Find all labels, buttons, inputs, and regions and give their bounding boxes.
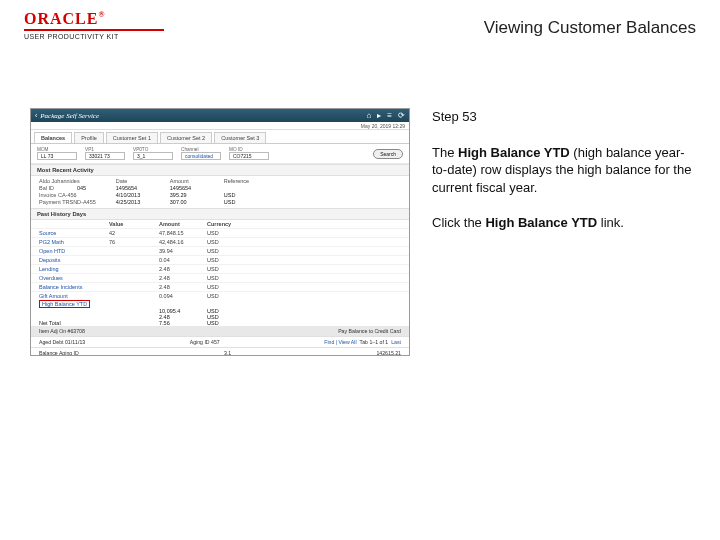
last-link[interactable]: Last [391,339,401,345]
filter-vp1: VP1 33021 73 [85,147,125,160]
footer-row: Aged Debt 01/11/13 Aging ID 457 Find | V… [31,336,409,347]
cust-name: Aldo Johannides [39,178,80,184]
app-screenshot: ‹ Package Self Service ⌂ ▸ ≡ ⟳ May 20, 2… [30,108,410,356]
h-date: Date [116,178,150,184]
back-chevron-icon[interactable]: ‹ [35,112,37,119]
item-adj: Item Adj On #63708 [39,328,85,334]
table-row: PG2 Math7642,484.16USD [31,237,409,246]
app-datetime: May 20, 2019 12:29 [31,122,409,130]
page-count: Tab 1–1 of 1 [360,339,389,345]
filter-row: MOM LL 73 VP1 33021 73 VP0TO 3_1 Channel… [31,144,409,164]
last-data-row: Balance Aging ID 3.1 142615.21 [31,347,409,356]
section-recent-activity: Most Recent Activity [31,164,409,176]
table-row: Lending2.48USD [31,264,409,273]
page-title: Viewing Customer Balances [484,18,696,38]
tab-set1[interactable]: Customer Set 1 [106,132,158,143]
app-titlebar: ‹ Package Self Service ⌂ ▸ ≡ ⟳ [31,109,409,122]
registered-mark: ® [98,10,105,19]
flag-icon[interactable]: ▸ [377,111,381,120]
grey-subbar: Item Adj On #63708 Pay Balance to Credit… [31,326,409,336]
table-row: Net Total7.56USD [31,320,409,326]
input[interactable]: 3_1 [133,152,173,160]
tab-balances[interactable]: Balances [34,132,72,143]
high-balance-row: High Balance YTD [31,300,409,308]
table-row: Source4247,848.15USD [31,228,409,237]
history-table: Value Amount Currency Source4247,848.15U… [31,220,409,300]
table-row: Gift Amount0.094USD [31,291,409,300]
tab-row: Balances Profile Customer Set 1 Customer… [31,130,409,144]
filter-moid: MO ID CO7215 [229,147,269,160]
table-row: Balance Incidents2.48USD [31,282,409,291]
bold-hibal-2: High Balance YTD [485,215,597,230]
balid-label: Bal ID [39,185,73,191]
row-payment: Payment TRSND-A455 [39,199,96,205]
filter-mom: MOM LL 73 [37,147,77,160]
filter-channel: Channel consolidated [181,147,221,160]
oracle-text: ORACLE [24,10,98,27]
input[interactable]: 33021 73 [85,152,125,160]
upk-subline: USER PRODUCTIVITY KIT [24,29,164,40]
refresh-icon[interactable]: ⟳ [398,111,405,120]
table-row: Deposits0.04USD [31,255,409,264]
pay-credit[interactable]: Pay Balance to Credit Card [338,328,401,334]
section-past-history: Past History Days [31,208,409,220]
input[interactable]: CO7215 [229,152,269,160]
input[interactable]: LL 73 [37,152,77,160]
row-invoice: Invoice CA-456 [39,192,77,198]
home-icon[interactable]: ⌂ [366,111,371,120]
h-amount: Amount [170,178,204,184]
instruction-paragraph-1: The High Balance YTD (high balance year-… [432,144,696,197]
instruction-paragraph-2: Click the High Balance YTD link. [432,214,696,232]
tab-profile[interactable]: Profile [74,132,104,143]
aging-id: Aging ID 457 [190,339,220,345]
channel-link[interactable]: consolidated [181,152,221,160]
menu-icon[interactable]: ≡ [387,111,392,120]
page-header: ORACLE® USER PRODUCTIVITY KIT Viewing Cu… [24,10,696,54]
table-row: Overdues2.48USD [31,273,409,282]
filter-vp0: VP0TO 3_1 [133,147,173,160]
tab-set2[interactable]: Customer Set 2 [160,132,212,143]
app-title: Package Self Service [40,112,360,120]
find-viewall[interactable]: Find | View All [324,339,356,345]
bold-hibal-1: High Balance YTD [458,145,570,160]
pager: Find | View All Tab 1–1 of 1 Last [324,339,401,345]
aged-debt: Aged Debt 01/11/13 [39,339,85,345]
recent-info: Aldo Johannides Bal ID045 Invoice CA-456… [31,176,409,208]
h-ref: Reference [224,178,258,184]
high-balance-ytd-link[interactable]: High Balance YTD [39,300,90,308]
history-header: Value Amount Currency [31,220,409,228]
search-button[interactable]: Search [373,149,403,159]
table-row: Open HTD39.94USD [31,246,409,255]
tab-set3[interactable]: Customer Set 3 [214,132,266,143]
instruction-panel: Step 53 The High Balance YTD (high balan… [432,108,696,250]
step-number: Step 53 [432,108,696,126]
